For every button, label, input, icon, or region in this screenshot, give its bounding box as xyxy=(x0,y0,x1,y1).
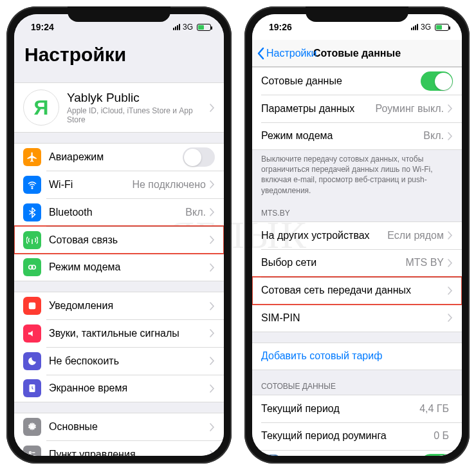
row-detail: Вкл. xyxy=(423,130,444,142)
row-airplane[interactable]: Авиарежим xyxy=(14,143,224,171)
toggle-app-vk[interactable] xyxy=(421,454,453,456)
chevron-right-icon xyxy=(210,263,215,272)
row-wifi[interactable]: Wi-Fi Не подключено xyxy=(14,171,224,198)
profile-text: Yablyk Public Apple ID, iCloud, iTunes S… xyxy=(67,91,210,124)
row-label: Bluetooth xyxy=(49,207,185,218)
row-label: Добавить сотовый тариф xyxy=(261,350,453,362)
row-detail: Если рядом xyxy=(387,230,444,241)
apple-id-row[interactable]: Я Yablyk Public Apple ID, iCloud, iTunes… xyxy=(14,82,224,133)
row-label: SIM-PIN xyxy=(261,312,448,324)
status-icons: 3G xyxy=(173,23,211,32)
row-data-options[interactable]: Параметры данных Роуминг выкл. xyxy=(252,95,462,122)
row-screentime[interactable]: Экранное время xyxy=(14,375,224,402)
row-label: Сотовая связь xyxy=(49,234,210,246)
svg-point-6 xyxy=(30,451,32,453)
row-label: Звуки, тактильные сигналы xyxy=(49,328,210,339)
chevron-left-icon xyxy=(256,47,265,60)
dnd-icon xyxy=(23,352,41,370)
footer-note: Выключите передачу сотовых данных, чтобы… xyxy=(252,150,462,197)
status-time: 19:26 xyxy=(269,22,292,32)
row-label: Режим модема xyxy=(261,130,423,142)
chevron-right-icon xyxy=(448,287,453,295)
battery-icon xyxy=(435,24,449,31)
row-label: Текущий период роуминга xyxy=(261,430,434,442)
row-label: Уведомления xyxy=(49,300,210,312)
row-other-devices[interactable]: На других устройствах Если рядом xyxy=(252,221,462,249)
row-network-selection[interactable]: Выбор сети MTS BY xyxy=(252,249,462,277)
app-text: VK 2,1 ГБ xyxy=(287,453,421,456)
notch xyxy=(306,6,408,22)
row-label: Пункт управления xyxy=(49,449,210,456)
row-general[interactable]: Основные xyxy=(14,413,224,440)
row-label: Wi-Fi xyxy=(49,179,132,191)
signal-icon xyxy=(411,24,418,30)
row-label: Параметры данных xyxy=(261,103,375,115)
svg-point-0 xyxy=(32,187,33,189)
chevron-right-icon xyxy=(210,384,215,393)
row-personal-hotspot[interactable]: Режим модема Вкл. xyxy=(252,122,462,150)
row-detail: Не подключено xyxy=(132,179,206,191)
row-current-roaming[interactable]: Текущий период роуминга 0 Б xyxy=(252,422,462,450)
row-label: Выбор сети xyxy=(261,257,405,268)
chevron-right-icon xyxy=(448,132,453,140)
avatar: Я xyxy=(23,89,59,126)
screentime-icon xyxy=(23,379,41,397)
row-detail: 4,4 ГБ xyxy=(419,403,449,415)
row-cellular-data-network[interactable]: Сотовая сеть передачи данных xyxy=(252,277,462,305)
back-label: Настройки xyxy=(266,48,316,59)
row-label: Сотовая сеть передачи данных xyxy=(261,285,448,296)
screen-settings: 19:24 3G Настройки Я Yablyk Public Apple… xyxy=(14,14,224,456)
row-detail: 0 Б xyxy=(434,430,449,442)
svg-point-7 xyxy=(33,455,35,456)
chevron-right-icon xyxy=(210,236,215,244)
chevron-right-icon xyxy=(448,259,453,267)
settings-content: Настройки Я Yablyk Public Apple ID, iClo… xyxy=(14,40,224,456)
row-label: Режим модема xyxy=(49,261,210,273)
phone-right: 19:26 3G Настройки Сотовые данные Сотовы… xyxy=(244,6,470,464)
section-header-carrier: MTS.BY xyxy=(252,197,462,221)
status-icons: 3G xyxy=(411,23,449,32)
row-cellular-data[interactable]: Сотовые данные xyxy=(252,67,462,95)
phone-left: 19:24 3G Настройки Я Yablyk Public Apple… xyxy=(6,6,232,464)
row-label: Текущий период xyxy=(261,403,419,415)
gear-icon xyxy=(23,418,41,436)
row-label: Экранное время xyxy=(49,382,210,394)
toggle-cellular-data[interactable] xyxy=(421,71,453,91)
row-bluetooth[interactable]: Bluetooth Вкл. xyxy=(14,198,224,226)
back-button[interactable]: Настройки xyxy=(256,40,316,66)
page-title: Настройки xyxy=(14,40,224,72)
svg-rect-3 xyxy=(29,303,36,310)
row-cellular[interactable]: Сотовая связь xyxy=(14,226,224,254)
row-label: Авиарежим xyxy=(49,151,183,163)
row-notifications[interactable]: Уведомления xyxy=(14,292,224,319)
chevron-right-icon xyxy=(210,180,215,189)
row-sim-pin[interactable]: SIM-PIN xyxy=(252,305,462,332)
row-add-cellular-plan[interactable]: Добавить сотовый тариф xyxy=(252,343,462,370)
control-center-icon xyxy=(23,446,41,456)
row-app-vk[interactable]: VK VK 2,1 ГБ xyxy=(252,450,462,456)
toggle-airplane[interactable] xyxy=(183,147,215,167)
chevron-right-icon xyxy=(210,450,215,456)
profile-name: Yablyk Public xyxy=(67,91,210,105)
row-sounds[interactable]: Звуки, тактильные сигналы xyxy=(14,319,224,347)
chevron-right-icon xyxy=(448,314,453,322)
row-hotspot[interactable]: Режим модема xyxy=(14,254,224,281)
bluetooth-icon xyxy=(23,203,41,221)
chevron-right-icon xyxy=(210,302,215,310)
chevron-right-icon xyxy=(210,423,215,431)
screen-cellular: 19:26 3G Настройки Сотовые данные Сотовы… xyxy=(252,14,462,456)
notifications-icon xyxy=(23,297,41,315)
chevron-right-icon xyxy=(210,104,215,112)
nav-title: Сотовые данные xyxy=(313,48,401,59)
cellular-icon xyxy=(23,231,41,249)
network-label: 3G xyxy=(183,23,193,32)
row-control-center[interactable]: Пункт управления xyxy=(14,440,224,456)
network-label: 3G xyxy=(421,23,431,32)
battery-icon xyxy=(197,24,211,31)
hotspot-icon xyxy=(23,258,41,276)
row-detail: MTS BY xyxy=(405,257,444,268)
row-detail: Роуминг выкл. xyxy=(375,103,444,115)
app-name: VK xyxy=(287,453,421,456)
row-current-period[interactable]: Текущий период 4,4 ГБ xyxy=(252,395,462,422)
row-dnd[interactable]: Не беспокоить xyxy=(14,347,224,375)
